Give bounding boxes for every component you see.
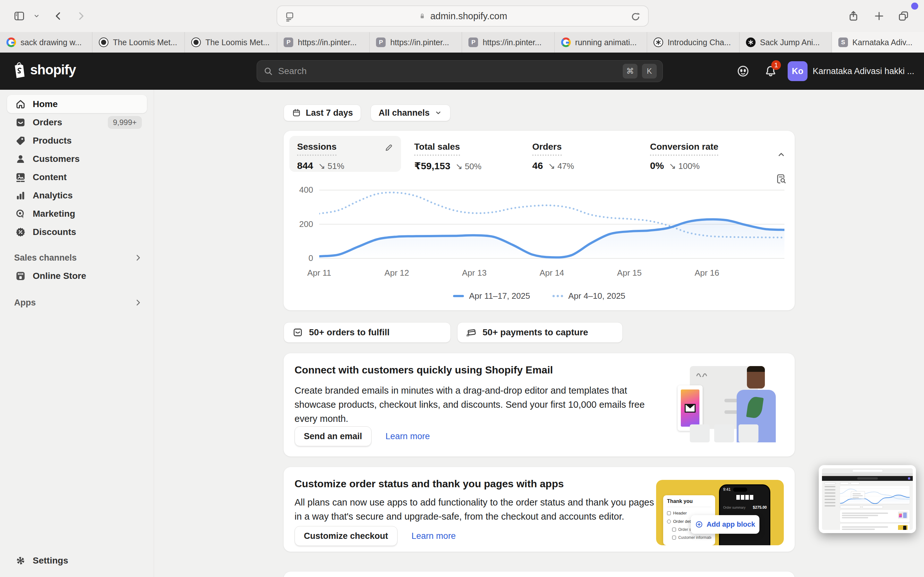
- edit-pencil-icon[interactable]: [384, 142, 394, 152]
- screenshot-preview-thumbnail[interactable]: [819, 465, 916, 533]
- url-text: admin.shopify.com: [430, 11, 507, 21]
- quick-action-label: 50+ payments to capture: [483, 327, 588, 338]
- sidebar-item-label: Analytics: [33, 190, 142, 201]
- browser-tab[interactable]: Phttps://in.pinter...: [462, 32, 554, 53]
- sidebar-item-label: Customers: [33, 154, 142, 164]
- add-app-block-button[interactable]: Add app block: [691, 515, 759, 534]
- primary-nav: HomeOrders9,999+ProductsCustomersContent…: [0, 95, 154, 241]
- sidebar-item-content[interactable]: Content: [7, 168, 147, 186]
- recording-indicator-dot: [911, 3, 918, 10]
- channel-filter-button[interactable]: All channels: [371, 105, 451, 121]
- send-email-button[interactable]: Send an email: [294, 426, 372, 446]
- address-bar[interactable]: admin.shopify.com: [276, 5, 649, 27]
- customers-icon: [15, 153, 26, 165]
- metric-orders[interactable]: Orders46↘ 47%: [532, 142, 574, 171]
- quick-action-label: 50+ orders to fulfill: [309, 327, 389, 338]
- sidebar-item-settings[interactable]: Settings: [0, 551, 154, 570]
- sidebar-item-label: Content: [33, 172, 142, 182]
- shopify-logo[interactable]: shopify: [12, 61, 76, 78]
- thumbnail-screen: [822, 468, 913, 530]
- browser-tab[interactable]: Introducing Cha...: [647, 32, 739, 53]
- phone-mockup: 9:41 Order summary $275.00: [719, 484, 771, 545]
- browser-tab[interactable]: Phttps://in.pinter...: [369, 32, 462, 53]
- sidekick-icon[interactable]: [735, 63, 751, 79]
- notifications-bell-icon[interactable]: 1: [763, 63, 779, 79]
- sidebar-item-analytics[interactable]: Analytics: [7, 186, 147, 205]
- order-summary-label: Order summary: [723, 506, 745, 509]
- google-favicon: [561, 37, 571, 47]
- reader-icon[interactable]: [284, 11, 296, 23]
- sidebar-item-products[interactable]: Products: [7, 131, 147, 150]
- plus-circle-icon: [695, 520, 703, 529]
- gear-icon: [15, 555, 26, 566]
- sidebar-item-label: Home: [33, 99, 142, 109]
- phone-time: 9:41: [723, 487, 730, 492]
- metric-sessions[interactable]: Sessions844↘ 51%: [289, 136, 401, 172]
- metric-total-sales[interactable]: Total sales₹59,153↘ 50%: [414, 142, 481, 171]
- sidebar-item-customers[interactable]: Customers: [7, 150, 147, 168]
- browser-tab[interactable]: The Loomis Met...: [184, 32, 277, 53]
- refresh-icon[interactable]: [630, 11, 642, 23]
- date-range-button[interactable]: Last 7 days: [284, 105, 361, 121]
- panel-title: Thank you: [667, 498, 711, 507]
- metric-value: 0%: [650, 160, 664, 171]
- loomis-favicon: [191, 37, 201, 47]
- tab-strip: sack drawing w...The Loomis Met...The Lo…: [0, 32, 924, 53]
- search-input[interactable]: [278, 66, 618, 76]
- metric-label: Conversion rate: [650, 142, 718, 156]
- chevron-down-icon[interactable]: [31, 8, 42, 24]
- sidebar-item-label: Orders: [33, 117, 108, 127]
- shopify-topbar: shopify ⌘ K 1 Ko Karnataka Adivasi hakki…: [0, 53, 924, 90]
- customize-checkout-button[interactable]: Customize checkout: [294, 526, 397, 546]
- x-tick-label: Apr 14: [540, 268, 564, 278]
- account-menu[interactable]: Ko Karnataka Adivasi hakki ...: [788, 61, 914, 82]
- tab-title: Sack Jump Ani...: [760, 38, 825, 47]
- email-icon: [678, 385, 703, 431]
- legend-label: Apr 4–10, 2025: [568, 291, 625, 301]
- chevron-right-icon: [134, 298, 142, 307]
- sidebar-toggle-icon[interactable]: [11, 8, 27, 24]
- sidebar-item-marketing[interactable]: Marketing: [7, 205, 147, 223]
- collapse-chevron-icon[interactable]: [776, 149, 787, 160]
- page-body: HomeOrders9,999+ProductsCustomersContent…: [0, 90, 924, 577]
- tab-title: running animati...: [575, 38, 640, 47]
- x-tick-label: Apr 11: [307, 268, 331, 278]
- browser-tab[interactable]: Phttps://in.pinter...: [277, 32, 369, 53]
- sidebar-section-sales-channels[interactable]: Sales channels: [0, 250, 154, 266]
- learn-more-link[interactable]: Learn more: [386, 432, 430, 442]
- forward-icon[interactable]: [73, 8, 89, 24]
- global-search[interactable]: ⌘ K: [257, 60, 663, 82]
- quick-action-fulfill-orders[interactable]: 50+ orders to fulfill: [284, 322, 451, 343]
- y-tick-label: 200: [288, 219, 313, 229]
- browser-tab[interactable]: running animati...: [554, 32, 647, 53]
- chevron-down-icon: [434, 109, 443, 117]
- shopify-email-card: Connect with customers quickly using Sho…: [284, 353, 795, 456]
- metric-conversion-rate[interactable]: Conversion rate0%↘ 100%: [650, 142, 718, 171]
- chatgpt-light-favicon: [654, 37, 663, 47]
- calendar-icon: [292, 108, 301, 118]
- avatar: Ko: [788, 61, 808, 81]
- tab-title: sack drawing w...: [21, 38, 86, 47]
- new-tab-icon[interactable]: [871, 8, 887, 24]
- home-icon: [15, 98, 26, 110]
- browser-tab[interactable]: sack drawing w...: [0, 32, 92, 53]
- tab-title: Karnataka Adiv...: [853, 38, 918, 47]
- lock-icon: [418, 11, 426, 21]
- card-body: Create branded emails in minutes with a …: [294, 384, 664, 426]
- next-card-peek: [284, 572, 795, 577]
- back-icon[interactable]: [51, 8, 66, 24]
- browser-tab[interactable]: The Loomis Met...: [92, 32, 184, 53]
- browser-tab[interactable]: Sack Jump Ani...: [739, 32, 832, 53]
- sidebar-item-orders[interactable]: Orders9,999+: [7, 113, 147, 131]
- learn-more-link[interactable]: Learn more: [412, 531, 456, 541]
- sidebar-item-discounts[interactable]: Discounts: [7, 223, 147, 241]
- metric-value: 46: [532, 160, 543, 171]
- quick-action-capture-payments[interactable]: 50+ payments to capture: [457, 322, 623, 343]
- share-icon[interactable]: [846, 8, 861, 24]
- sales-channels-label: Sales channels: [14, 253, 134, 263]
- tab-overview-icon[interactable]: [896, 8, 911, 24]
- sidebar-item-home[interactable]: Home: [7, 95, 147, 113]
- sidebar-item-online-store[interactable]: Online Store: [7, 267, 147, 285]
- sidebar-section-apps[interactable]: Apps: [0, 295, 154, 310]
- browser-tab[interactable]: SKarnataka Adiv...: [832, 32, 924, 53]
